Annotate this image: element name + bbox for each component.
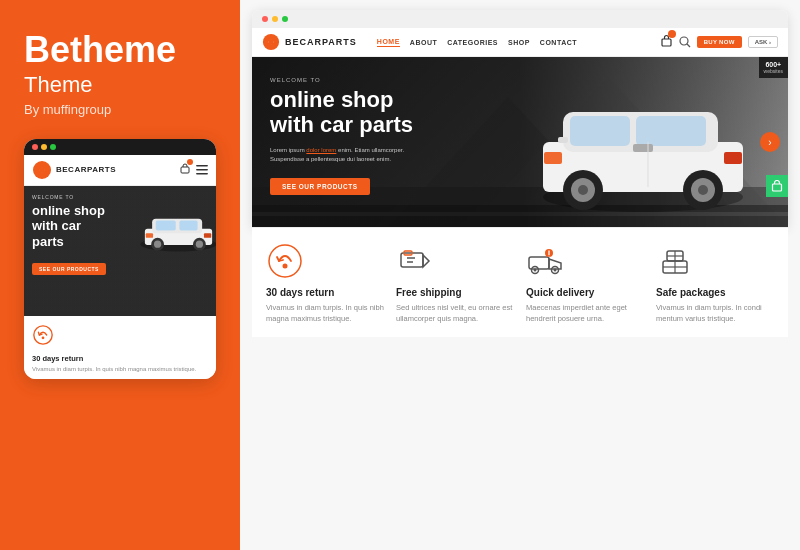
badge-600: 600+ websites (759, 57, 788, 78)
feature-shipping-desc: Sed ultrices nisl velit, eu ornare est u… (396, 302, 514, 325)
svg-rect-45 (558, 137, 568, 143)
svg-rect-9 (156, 220, 176, 230)
hero-desc: Lorem ipsum dolor lorem enim. Etiam ulla… (270, 146, 413, 165)
feature-packages-desc: Vivamus in diam turpis. In condi mentum … (656, 302, 774, 325)
desktop-cart-badge (668, 30, 676, 38)
svg-point-37 (578, 185, 588, 195)
mobile-top-bar (24, 139, 216, 155)
nav-contact[interactable]: CONTACT (540, 39, 577, 46)
desktop-top-bar (252, 10, 788, 28)
desktop-hero: WELCOME TO online shop with car parts Lo… (252, 57, 788, 227)
nav-home[interactable]: HOME (377, 38, 400, 47)
desktop-cart-icon[interactable] (660, 33, 673, 51)
browser-dot-red (262, 16, 268, 22)
packages-icon (657, 243, 693, 279)
feature-return-title: 30 days return (266, 287, 384, 298)
mobile-logo-text: BECARPARTS (56, 165, 116, 174)
svg-point-22 (680, 37, 688, 45)
badge-600-number: 600+ (765, 61, 781, 68)
feature-delivery-title: Quick delivery (526, 287, 644, 298)
svg-marker-55 (549, 259, 561, 269)
svg-point-1 (39, 167, 45, 173)
feature-packages: Safe packages Vivamus in diam turpis. In… (656, 242, 774, 325)
hero-title: online shop with car parts (270, 87, 413, 138)
mobile-hero-car-svg (136, 206, 216, 256)
features-section: 30 days return Vivamus in diam turpis. I… (252, 227, 788, 337)
nav-shop[interactable]: SHOP (508, 39, 530, 46)
hero-title-line2: with car parts (270, 112, 413, 137)
badge-600-sub: websites (764, 68, 783, 74)
svg-point-40 (698, 185, 708, 195)
mobile-mockup: BECARPARTS (24, 139, 216, 379)
svg-rect-2 (181, 167, 189, 173)
mobile-nav: BECARPARTS (24, 155, 216, 186)
nav-right: BUY NOW ASK › (660, 33, 778, 51)
svg-rect-4 (196, 169, 208, 171)
svg-point-20 (268, 39, 273, 44)
desktop-mockup: BECARPARTS HOME ABOUT CATEGORIES SHOP CO… (252, 10, 788, 227)
hero-title-line1: online shop (270, 87, 393, 112)
cart-badge-dot (187, 159, 193, 165)
dot-red (32, 144, 38, 150)
svg-point-12 (154, 240, 161, 247)
svg-rect-21 (662, 39, 671, 46)
mobile-cta-button[interactable]: SEE OUR PRODUCTS (32, 263, 106, 275)
nav-about[interactable]: ABOUT (410, 39, 437, 46)
delivery-icon-wrap (526, 242, 564, 280)
feature-shipping-title: Free shipping (396, 287, 514, 298)
svg-point-48 (283, 264, 288, 269)
browser-dot-green (282, 16, 288, 22)
hero-desc-link[interactable]: dolor lorem (306, 147, 336, 153)
right-panel: BECARPARTS HOME ABOUT CATEGORIES SHOP CO… (240, 0, 800, 550)
hero-desc-line1: Lorem ipsum (270, 147, 306, 153)
desktop-hero-car (528, 72, 758, 217)
svg-rect-41 (544, 152, 562, 164)
mobile-feature-icon (32, 324, 208, 351)
desktop-car-svg (528, 72, 758, 217)
ask-button[interactable]: ASK › (748, 36, 778, 48)
svg-marker-50 (423, 255, 429, 267)
delivery-icon (527, 243, 563, 279)
svg-point-47 (269, 245, 301, 277)
feature-delivery: Quick delivery Maecenas imperdiet ante e… (526, 242, 644, 325)
packages-icon-wrap (656, 242, 694, 280)
svg-rect-15 (146, 233, 153, 238)
mobile-hero-title: online shop with car parts (32, 203, 107, 250)
svg-rect-3 (196, 165, 208, 167)
mobile-logo-area: BECARPARTS (32, 160, 116, 180)
feature-packages-title: Safe packages (656, 287, 774, 298)
svg-rect-43 (633, 144, 653, 152)
shipping-icon-wrap (396, 242, 434, 280)
mobile-feature: 30 days return Vivamus in diam turpis. I… (24, 316, 216, 379)
buy-now-button[interactable]: BUY NOW (697, 36, 742, 48)
mobile-cart-icon (179, 161, 191, 179)
shipping-icon (397, 243, 433, 279)
mobile-logo-icon (32, 160, 52, 180)
brand-by: By muffingroup (24, 102, 111, 117)
svg-rect-42 (724, 152, 742, 164)
desktop-logo-text: BECARPARTS (285, 37, 357, 47)
svg-rect-46 (773, 184, 782, 191)
green-bag-button[interactable] (766, 175, 788, 197)
svg-point-59 (554, 269, 557, 272)
svg-rect-10 (179, 220, 197, 230)
search-icon[interactable] (679, 36, 691, 48)
feature-delivery-desc: Maecenas imperdiet ante eget hendrerit p… (526, 302, 644, 325)
svg-rect-33 (570, 116, 630, 146)
svg-point-18 (42, 336, 45, 339)
svg-point-62 (549, 256, 550, 257)
hero-cta-button[interactable]: SEE OUR PRODUCTS (270, 178, 370, 195)
hamburger-icon[interactable] (196, 165, 208, 175)
hero-desc-line2: enim. Etiam ullamcorper. (336, 147, 404, 153)
nav-categories[interactable]: CATEGORIES (447, 39, 498, 46)
desktop-nav: BECARPARTS HOME ABOUT CATEGORIES SHOP CO… (252, 28, 788, 57)
return-icon (267, 243, 303, 279)
svg-rect-34 (636, 116, 706, 146)
brand-title: Betheme (24, 30, 176, 70)
mobile-hero-welcome: WELCOME TO (32, 194, 208, 200)
mobile-feature-title: 30 days return (32, 354, 208, 363)
mobile-nav-icons (179, 161, 208, 179)
dot-green (50, 144, 56, 150)
svg-line-23 (687, 44, 690, 47)
hero-arrow-button[interactable]: › (760, 132, 780, 152)
